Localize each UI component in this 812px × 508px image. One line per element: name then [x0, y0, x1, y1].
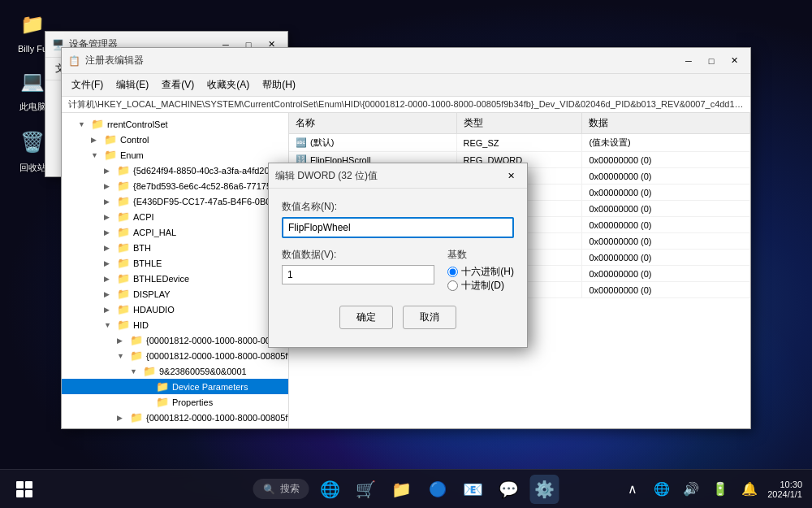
taskbar-icon-folder[interactable]: 📁 — [387, 475, 417, 504]
tray-volume[interactable]: 🔊 — [680, 478, 702, 501]
taskbar-search[interactable]: 🔍 搜索 — [253, 479, 309, 499]
reg-close-button[interactable]: ✕ — [724, 53, 744, 69]
tree-item-display[interactable]: ▶ 📁 DISPLAY — [62, 286, 288, 302]
registry-address-bar[interactable]: 计算机\HKEY_LOCAL_MACHINE\SYSTEM\CurrentCon… — [62, 97, 750, 113]
value-type: REG_SZ — [457, 134, 583, 151]
column-name: 名称 — [289, 113, 457, 133]
reg-menu-edit[interactable]: 编辑(E) — [110, 76, 155, 94]
tray-battery[interactable]: 🔋 — [709, 478, 732, 501]
value-input-group: 数值数据(V): — [282, 248, 434, 284]
computer-icon: 💻 — [16, 65, 49, 98]
values-header: 名称 类型 数据 — [289, 113, 750, 134]
hex-label: 十六进制(H) — [461, 265, 514, 279]
tray-notifications[interactable]: 🔔 — [738, 478, 761, 501]
tray-chevron[interactable]: ∧ — [621, 478, 644, 501]
reg-menu-favorites[interactable]: 收藏夹(A) — [201, 76, 256, 94]
tree-item-guid1[interactable]: ▶ 📁 {5d624f94-8850-40c3-a3fa-a4fd2080baf… — [62, 163, 288, 178]
expand-icon: ▶ — [117, 414, 130, 422]
taskbar-icon-store[interactable]: 🛒 — [352, 475, 381, 504]
value-data: 0x00000000 (0) — [582, 185, 750, 200]
tree-item-device-parameters[interactable]: 📁 Device Parameters — [62, 379, 288, 394]
table-row[interactable]: 🔤(默认) REG_SZ (值未设置) — [289, 134, 750, 152]
value-data: 0x00000000 (0) — [582, 233, 750, 249]
reg-menu-file[interactable]: 文件(F) — [65, 76, 110, 94]
cancel-button[interactable]: 取消 — [403, 306, 456, 329]
name-label: 数值名称(N): — [282, 200, 514, 214]
reg-minimize-button[interactable]: ─ — [679, 53, 698, 69]
tree-item-properties[interactable]: 📁 Properties — [62, 394, 288, 410]
tray-network[interactable]: 🌐 — [650, 478, 673, 501]
ok-button[interactable]: 确定 — [339, 306, 393, 329]
dec-radio[interactable] — [447, 280, 458, 291]
folder-icon: 📁 — [117, 180, 130, 192]
tree-item-hid-dev2[interactable]: ▼ 📁 {00001812-0000-1000-8000-00805f9b34f… — [62, 348, 288, 363]
column-data: 数据 — [582, 113, 750, 133]
radio-hex[interactable]: 十六进制(H) — [447, 265, 514, 279]
tree-label: HID — [133, 320, 149, 330]
tree-item-acpi[interactable]: ▶ 📁 ACPI — [62, 209, 288, 224]
taskbar-icon-mail[interactable]: 📧 — [459, 475, 488, 504]
tree-label: BTHLEDevice — [133, 274, 189, 284]
folder-icon: 📁 — [117, 288, 130, 300]
tree-item-hid[interactable]: ▼ 📁 HID — [62, 317, 288, 332]
expand-icon: ▶ — [91, 136, 104, 144]
tree-item-driverenum-col01[interactable]: ▶ 📁 DRIVERENUM&Col01 — [62, 425, 288, 428]
taskbar-icon-edge[interactable]: 🔵 — [423, 475, 452, 504]
folder-icon: 📁 — [117, 319, 130, 331]
taskbar-icon-browser[interactable]: 🌐 — [316, 475, 345, 504]
base-group: 基数 十六进制(H) 十进制(D) — [447, 248, 514, 293]
tree-label: Device Parameters — [172, 382, 248, 392]
data-input[interactable] — [282, 265, 434, 284]
taskbar: 🔍 搜索 🌐 🛒 📁 🔵 📧 💬 ⚙️ ∧ 🌐 🔊 🔋 🔔 10:30 2024… — [0, 469, 812, 508]
tree-item-currentcontrolset[interactable]: ▼ 📁 rrentControlSet — [62, 116, 288, 132]
folder-icon: 📁 — [117, 164, 130, 176]
tree-item-bthledevice[interactable]: ▶ 📁 BTHLEDevice — [62, 271, 288, 286]
start-button[interactable] — [10, 475, 39, 504]
tree-item-acpi-hal[interactable]: ▶ 📁 ACPI_HAL — [62, 224, 288, 240]
registry-menubar: 文件(F) 编辑(E) 查看(V) 收藏夹(A) 帮助(H) — [62, 74, 750, 97]
tree-item-bth[interactable]: ▶ 📁 BTH — [62, 240, 288, 255]
name-input[interactable] — [282, 217, 514, 238]
tree-label: Control — [120, 135, 149, 145]
expand-icon: ▼ — [91, 151, 104, 159]
taskbar-icon-settings[interactable]: ⚙️ — [530, 475, 559, 504]
tree-item-control[interactable]: ▶ 📁 Control — [62, 132, 288, 147]
expand-icon: ▼ — [117, 352, 130, 360]
tree-label: 9&23860059&0&0001 — [159, 367, 247, 376]
tree-item-hid-dev1[interactable]: ▶ 📁 {00001812-0000-1000-8000-00805f9b34f… — [62, 332, 288, 348]
radio-dec[interactable]: 十进制(D) — [447, 279, 514, 293]
folder-icon: 📁 — [117, 195, 130, 207]
expand-icon: ▶ — [104, 228, 117, 237]
dialog-close-button[interactable]: ✕ — [501, 167, 520, 184]
taskbar-icon-teams[interactable]: 💬 — [495, 475, 524, 504]
recycle-icon: 🗑️ — [16, 126, 49, 158]
folder-icon: 📁 — [91, 118, 104, 130]
tree-label: DISPLAY — [133, 289, 171, 299]
folder-icon: 📁 — [130, 411, 143, 423]
reg-maximize-button[interactable]: □ — [702, 53, 721, 69]
tree-label: {00001812-0000-1000-8000-00805f9b34fb}_D… — [146, 351, 289, 361]
tree-item-guid2[interactable]: ▶ 📁 {8e7bd593-6e6c-4c52-86a6-77175494dd8… — [62, 178, 288, 193]
hex-radio[interactable] — [447, 267, 458, 277]
folder-icon: 📁 — [117, 226, 130, 238]
folder-icon: 📁 — [156, 380, 169, 393]
taskbar-clock[interactable]: 10:30 2024/1/1 — [767, 480, 802, 499]
tree-item-hdaudio[interactable]: ▶ 📁 HDAUDIO — [62, 302, 288, 317]
tree-item-hid-dev3[interactable]: ▶ 📁 {00001812-0000-1000-8000-00805f9b34f… — [62, 410, 288, 425]
tree-item-bthle[interactable]: ▶ 📁 BTHLE — [62, 255, 288, 271]
tree-item-9and[interactable]: ▼ 📁 9&23860059&0&0001 — [62, 363, 288, 379]
tree-label: {8e7bd593-6e6c-4c52-86a6-77175494dd8e} — [133, 181, 289, 191]
registry-tree-panel[interactable]: ▼ 📁 rrentControlSet ▶ 📁 Control ▼ 📁 Enum… — [62, 113, 289, 428]
expand-icon: ▶ — [104, 290, 117, 298]
value-data: 0x00000000 (0) — [582, 201, 750, 216]
data-label: 数值数据(V): — [282, 248, 434, 262]
tree-item-guid3[interactable]: ▶ 📁 {E436DF95-CC17-47a5-B4F6-0B0E5E2EC75… — [62, 193, 288, 209]
value-data: 0x00000000 (0) — [582, 217, 750, 232]
value-name: 🔤(默认) — [289, 134, 457, 151]
reg-menu-help[interactable]: 帮助(H) — [256, 76, 302, 94]
tree-item-enum[interactable]: ▼ 📁 Enum — [62, 147, 288, 163]
reg-menu-view[interactable]: 查看(V) — [155, 76, 201, 94]
expand-icon: ▶ — [104, 275, 117, 283]
desktop: 📁 Billy Fu 💻 此电脑 🗑️ 回收站 🖥️ 设备管理器 ─ □ ✕ 文… — [0, 0, 812, 508]
address-text: 计算机\HKEY_LOCAL_MACHINE\SYSTEM\CurrentCon… — [68, 99, 750, 109]
